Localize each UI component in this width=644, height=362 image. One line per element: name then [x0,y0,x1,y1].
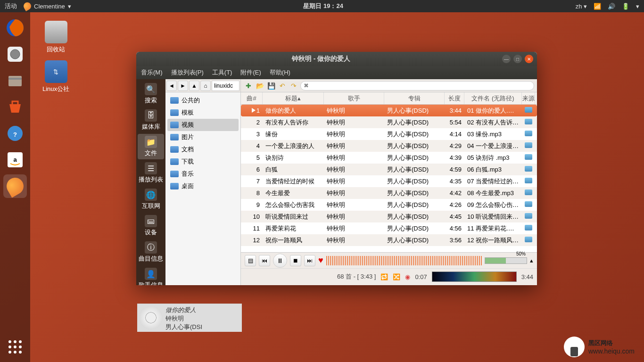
clock[interactable]: 星期日 19：24 [71,2,576,10]
table-row[interactable]: 5诀别诗钟秋明男人心事(DSD)4:3905 诀别诗 .mp3 [241,152,537,164]
expand-icon[interactable]: ▴ [530,257,533,264]
show-apps-button[interactable] [8,340,22,354]
col-tracknum[interactable]: 曲# [241,92,263,104]
path-input[interactable] [212,81,239,91]
shuffle-button[interactable]: 🔀 [393,273,400,280]
play-icon [252,108,256,113]
menu-music[interactable]: 音乐(M) [141,68,163,77]
chevron-down-icon[interactable]: ▾ [636,3,639,10]
menu-extras[interactable]: 附件(E) [240,68,261,77]
menu-tools[interactable]: 工具(T) [212,68,232,77]
sidebar-item-5[interactable]: 🖴设备 [138,213,164,239]
album-art[interactable] [139,306,163,329]
cell-filename: 01 做你的爱人.mp3 [464,107,522,115]
love-button[interactable]: ♥ [318,255,323,265]
volume-slider[interactable]: 50% [485,257,527,264]
show-queue-button[interactable]: ▤ [245,255,256,266]
desktop-usb[interactable]: ⇅ Linux公社 [42,60,69,93]
sidebar-icon: 🌐 [145,189,157,201]
source-icon [525,142,532,148]
cell-title: 做你的爱人 [263,107,324,115]
nav-back-button[interactable]: ◄ [166,81,177,91]
table-row[interactable]: 3缘份钟秋明男人心事(DSD)4:1403 缘份.mp3 [241,128,537,140]
sidebar-item-1[interactable]: 🗄媒体库 [138,107,164,133]
minimize-button[interactable]: — [502,55,511,63]
open-button[interactable]: 📂 [255,81,264,90]
cell-source [522,201,535,208]
volume-icon[interactable]: 🔊 [608,3,615,10]
table-row[interactable]: 1做你的爱人钟秋明男人心事(DSD)3:4401 做你的爱人.mp3 [241,105,537,116]
folder-item[interactable]: 图片 [167,131,239,143]
maximize-button[interactable]: □ [513,55,522,63]
menu-playlist[interactable]: 播放列表(P) [171,68,204,77]
table-row[interactable]: 2有没有人告诉你钟秋明男人心事(DSD)5:5402 有没有人告诉… [241,116,537,128]
prev-button[interactable]: ⏮ [259,255,270,266]
battery-icon[interactable]: 🔋 [622,3,629,10]
nav-up-button[interactable]: ▲ [189,81,199,91]
save-button[interactable]: 💾 [266,81,276,90]
folder-item[interactable]: 公共的 [167,94,239,107]
sidebar-label: 设备 [145,228,157,237]
dock-clementine[interactable] [3,174,27,198]
input-lang[interactable]: zh ▾ [576,3,587,10]
col-artist[interactable]: 歌手 [324,92,384,104]
table-row[interactable]: 6白狐钟秋明男人心事(DSD)4:5906 白狐.mp3 [241,164,537,175]
new-playlist-button[interactable]: ✚ [244,81,253,90]
dock-firefox[interactable] [3,16,27,40]
sidebar-item-4[interactable]: 🌐互联网 [138,187,164,212]
folder-item[interactable]: 文档 [167,143,239,156]
next-button[interactable]: ⏭ [304,255,315,266]
dock-software[interactable] [3,95,27,119]
repeat-button[interactable]: 🔁 [380,273,388,280]
nav-forward-button[interactable]: ► [178,81,188,91]
table-row[interactable]: 10听说爱情回来过钟秋明男人心事(DSD)4:4510 听说爱情回来… [241,211,537,222]
cell-artist: 钟秋明 [324,142,384,150]
col-source[interactable]: 来源 [522,92,535,104]
titlebar[interactable]: 钟秋明 - 做你的爱人 — □ ✕ [136,52,537,66]
player-bar: ▤ ⏮ ⏸ ⏹ ⏭ ♥ 50% ▴ 68 首 - [ 3:43 ] 🔁 🔀 ◉ … [241,252,537,285]
sidebar-item-3[interactable]: ☰播放列表 [138,160,164,186]
play-pause-button[interactable]: ⏸ [273,254,287,268]
dock-amazon[interactable]: a [3,148,27,172]
sidebar-item-7[interactable]: 👤歌手信息 [138,266,164,285]
table-row[interactable]: 11再爱茉莉花钟秋明男人心事(DSD)4:5611 再爱茉莉花.mp3 [241,222,537,234]
col-length[interactable]: 长度 [445,92,464,104]
folder-item[interactable]: 音乐 [167,168,239,180]
close-button[interactable]: ✕ [525,55,533,63]
activities-button[interactable]: 活动 [5,2,17,10]
folder-item[interactable]: 下载 [167,156,239,168]
folder-icon [170,146,179,153]
desktop-trash[interactable]: 回收站 [42,21,69,54]
sidebar-item-0[interactable]: 🔍搜索 [138,81,164,107]
col-album[interactable]: 专辑 [384,92,445,104]
folder-item[interactable]: 桌面 [167,180,239,192]
spectrum[interactable] [432,272,517,282]
ubuntu-dock: ? a [0,12,30,362]
sidebar-item-2[interactable]: 📁文件 [138,134,164,159]
dock-help[interactable]: ? [3,122,27,145]
nav-home-button[interactable]: ⌂ [200,81,211,91]
folder-item[interactable]: 模板 [167,107,239,119]
folder-icon [170,134,179,140]
wifi-icon[interactable]: 📶 [594,3,601,10]
table-row[interactable]: 8今生最爱钟秋明男人心事(DSD)4:4208 今生最爱.mp3 [241,187,537,199]
menu-help[interactable]: 帮助(H) [270,68,290,77]
stop-button[interactable]: ⏹ [290,255,301,266]
redo-button[interactable]: ↷ [289,81,298,90]
dock-rhythmbox[interactable] [3,42,27,66]
table-row[interactable]: 7当爱情经过的时候钟秋明男人心事(DSD)4:3507 当爱情经过的… [241,175,537,187]
col-filename[interactable]: 文件名 (无路径) [464,92,522,104]
dock-files[interactable] [3,69,27,92]
table-row[interactable]: 12祝你一路顺风钟秋明男人心事(DSD)3:5612 祝你一路顺风… [241,234,537,246]
table-row[interactable]: 4一个爱上浪漫的人钟秋明男人心事(DSD)4:2904 一个爱上浪漫… [241,140,537,152]
undo-button[interactable]: ↶ [278,81,287,90]
sidebar-item-6[interactable]: ⓘ曲目信息 [138,239,164,265]
table-row[interactable]: 9怎么会狠心伤害我钟秋明男人心事(DSD)4:2609 怎么会狠心伤… [241,199,537,211]
col-title[interactable]: 标题 ▴ [263,92,324,104]
app-menu[interactable]: Clementine ▾ [24,2,71,10]
playlist-search[interactable]: ✖ [300,81,534,90]
folder-item[interactable]: 视频 [167,119,239,131]
cell-num: 7 [241,178,263,185]
cell-length: 5:54 [445,119,464,126]
sort-asc-icon: ▴ [297,95,301,102]
